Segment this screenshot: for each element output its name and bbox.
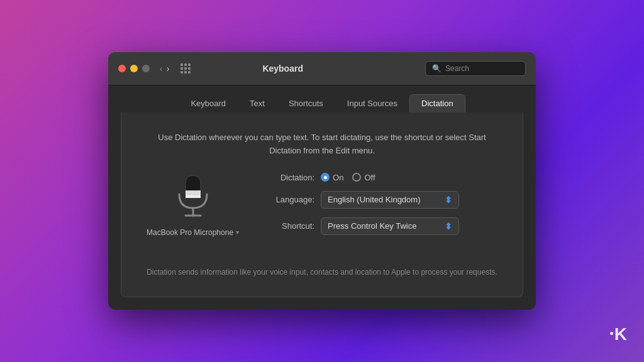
dictation-description: Use Dictation wherever you can type text… — [147, 131, 497, 158]
dictation-off-option[interactable]: Off — [352, 173, 375, 182]
titlebar: ‹ › Keyboard 🔍 Search — [108, 52, 536, 85]
language-row: Language: English (United Kingdom) ⬍ — [258, 191, 497, 209]
language-dropdown[interactable]: English (United Kingdom) ⬍ — [321, 191, 459, 209]
dictation-radio-group: On Off — [321, 173, 375, 182]
microphone-label[interactable]: MacBook Pro Microphone ▾ — [147, 228, 239, 237]
mic-dropdown-chevron: ▾ — [236, 229, 239, 236]
shortcut-dropdown[interactable]: Press Control Key Twice ⬍ — [321, 217, 459, 235]
microphone-icon — [173, 173, 213, 219]
dictation-on-label: On — [333, 173, 343, 182]
dictation-off-radio[interactable] — [352, 173, 361, 182]
search-icon: 🔍 — [432, 64, 441, 73]
dictation-on-radio[interactable] — [321, 173, 330, 182]
microphone-name: MacBook Pro Microphone — [147, 228, 233, 237]
content-area: Use Dictation wherever you can type text… — [121, 112, 523, 297]
tab-shortcuts[interactable]: Shortcuts — [277, 94, 335, 112]
dictation-footer-note: Dictation sends information like your vo… — [147, 256, 497, 278]
dictation-label: Dictation: — [258, 173, 314, 182]
traffic-lights — [118, 65, 150, 72]
search-placeholder: Search — [445, 64, 469, 73]
shortcut-row: Shortcut: Press Control Key Twice ⬍ — [258, 217, 497, 235]
dictation-on-option[interactable]: On — [321, 173, 343, 182]
window-title: Keyboard — [148, 63, 418, 74]
close-button[interactable] — [118, 65, 126, 72]
tab-keyboard[interactable]: Keyboard — [179, 94, 238, 112]
language-value: English (United Kingdom) — [328, 195, 420, 204]
minimize-button[interactable] — [130, 65, 138, 72]
shortcut-value: Press Control Key Twice — [328, 221, 416, 231]
main-area: MacBook Pro Microphone ▾ Dictation: On — [147, 173, 497, 244]
svg-rect-2 — [186, 195, 201, 198]
badge-dot — [610, 332, 613, 335]
shortcut-label: Shortcut: — [258, 221, 314, 231]
language-dropdown-arrow: ⬍ — [445, 195, 452, 205]
shortcut-dropdown-arrow: ⬍ — [445, 221, 452, 231]
knowtechie-badge: K — [610, 324, 626, 344]
tab-text[interactable]: Text — [238, 94, 277, 112]
settings-area: Dictation: On Off Language: — [258, 173, 497, 244]
mic-section: MacBook Pro Microphone ▾ — [147, 173, 239, 237]
tab-dictation[interactable]: Dictation — [409, 94, 465, 112]
main-window: ‹ › Keyboard 🔍 Search Keyboard Text Shor… — [108, 52, 536, 310]
tab-input-sources[interactable]: Input Sources — [335, 94, 409, 112]
dictation-off-label: Off — [364, 173, 375, 182]
language-label: Language: — [258, 195, 314, 204]
dictation-toggle-row: Dictation: On Off — [258, 173, 497, 182]
tabs-bar: Keyboard Text Shortcuts Input Sources Di… — [108, 85, 536, 112]
search-box[interactable]: 🔍 Search — [425, 61, 526, 76]
